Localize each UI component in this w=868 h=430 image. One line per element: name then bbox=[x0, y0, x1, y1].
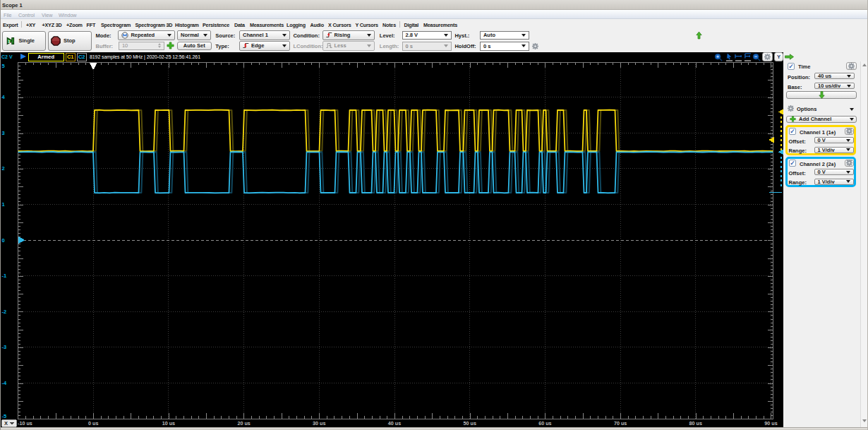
svg-text:70 us: 70 us bbox=[614, 419, 627, 426]
svg-text:5: 5 bbox=[2, 63, 5, 69]
svg-text:10 us: 10 us bbox=[162, 419, 175, 426]
svg-text:-5: -5 bbox=[2, 413, 7, 419]
svg-text:20 us: 20 us bbox=[237, 419, 250, 426]
svg-text:-4: -4 bbox=[2, 379, 7, 386]
svg-text:-3: -3 bbox=[2, 344, 7, 350]
svg-text:1: 1 bbox=[8, 38, 11, 43]
svg-text:80 us: 80 us bbox=[689, 419, 702, 426]
svg-text:60 us: 60 us bbox=[538, 419, 551, 426]
svg-text:X: X bbox=[4, 420, 8, 426]
svg-text:30 us: 30 us bbox=[313, 419, 325, 426]
svg-text:50 us: 50 us bbox=[464, 419, 476, 426]
svg-text:1: 1 bbox=[2, 201, 5, 207]
svg-text:-2: -2 bbox=[2, 308, 7, 314]
svg-text:-10 us: -10 us bbox=[18, 419, 32, 426]
svg-text:3: 3 bbox=[2, 129, 5, 136]
svg-text:-1: -1 bbox=[2, 273, 7, 279]
svg-text:0 us: 0 us bbox=[88, 419, 98, 426]
svg-text:2: 2 bbox=[2, 165, 5, 172]
svg-text:0: 0 bbox=[2, 237, 5, 243]
svg-text:40 us: 40 us bbox=[388, 419, 401, 426]
svg-text:90 us: 90 us bbox=[764, 419, 777, 426]
